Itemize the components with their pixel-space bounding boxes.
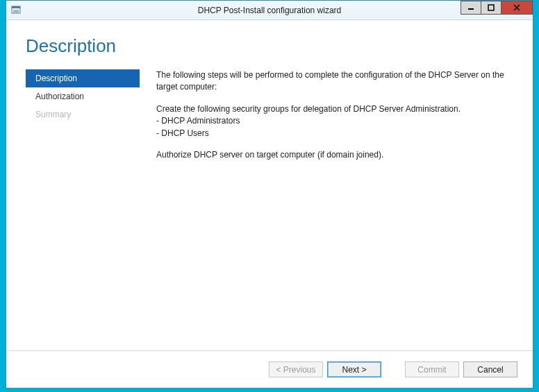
cancel-button[interactable]: Cancel bbox=[463, 361, 517, 377]
nav-item-summary: Summary bbox=[26, 105, 140, 123]
wizard-window: DHCP Post-Install configuration wizard D… bbox=[6, 0, 533, 389]
wizard-nav: Description Authorization Summary bbox=[26, 69, 140, 350]
titlebar: DHCP Post-Install configuration wizard bbox=[6, 1, 533, 20]
intro-text: The following steps will be performed to… bbox=[156, 69, 517, 94]
body-row: Description Authorization Summary The fo… bbox=[6, 69, 533, 350]
authorize-text: Authorize DHCP server on target computer… bbox=[156, 149, 517, 161]
nav-item-authorization[interactable]: Authorization bbox=[26, 87, 140, 105]
page-heading: Description bbox=[6, 20, 533, 69]
maximize-button[interactable] bbox=[481, 1, 501, 15]
svg-rect-5 bbox=[488, 5, 494, 10]
previous-button: < Previous bbox=[269, 361, 323, 377]
app-icon bbox=[10, 5, 22, 16]
window-title: DHCP Post-Install configuration wizard bbox=[6, 6, 533, 15]
minimize-button[interactable] bbox=[461, 1, 481, 15]
close-button[interactable] bbox=[501, 1, 533, 15]
svg-rect-1 bbox=[12, 6, 20, 8]
group-admins: - DHCP Administrators bbox=[156, 115, 517, 127]
wizard-footer: < Previous Next > Commit Cancel bbox=[6, 350, 533, 388]
window-controls bbox=[461, 1, 533, 15]
nav-item-description[interactable]: Description bbox=[26, 69, 140, 87]
groups-intro-text: Create the following security groups for… bbox=[156, 103, 517, 115]
group-users: - DHCP Users bbox=[156, 128, 517, 139]
next-button[interactable]: Next > bbox=[327, 361, 381, 377]
commit-button: Commit bbox=[405, 361, 459, 377]
content-area: Description Description Authorization Su… bbox=[6, 20, 533, 388]
description-pane: The following steps will be performed to… bbox=[140, 69, 517, 350]
